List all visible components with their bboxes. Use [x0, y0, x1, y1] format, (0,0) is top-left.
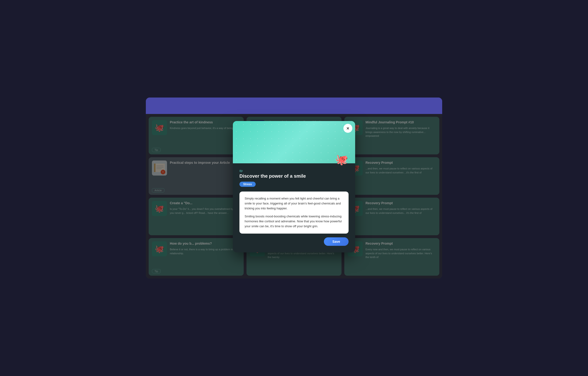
- top-bar: [146, 97, 442, 114]
- modal-type-label: tip: [239, 169, 349, 172]
- modal-footer: Save: [239, 237, 349, 247]
- modal-title: Discover the power of a smile: [239, 173, 349, 179]
- modal: × 🐙 tip Discover the power of a smile St…: [233, 121, 355, 252]
- modal-overlay[interactable]: × 🐙 tip Discover the power of a smile St…: [146, 114, 442, 279]
- app-window: 🐙 Practice the art of kindness Kindness …: [146, 97, 442, 279]
- save-button[interactable]: Save: [324, 237, 349, 246]
- modal-text-area: Simply recalling a moment when you felt …: [239, 191, 349, 234]
- modal-close-button[interactable]: ×: [343, 124, 352, 133]
- modal-tag[interactable]: Stress: [239, 182, 256, 187]
- modal-header: × 🐙: [233, 121, 355, 163]
- modal-octopus-icon: 🐙: [335, 154, 348, 166]
- modal-body: tip Discover the power of a smile Stress…: [233, 163, 355, 252]
- content-area: 🐙 Practice the art of kindness Kindness …: [146, 114, 442, 279]
- modal-paragraph-1: Simply recalling a moment when you felt …: [245, 196, 343, 211]
- modal-paragraph-2: Smiling boosts mood-boosting chemicals w…: [245, 214, 343, 229]
